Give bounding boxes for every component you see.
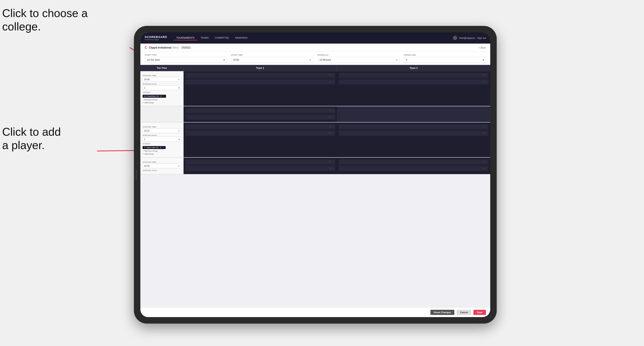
player-slot[interactable]: ✕ ⋮ [185,80,335,84]
group-size-group: Group Size 3 ▾ [404,54,486,63]
form-row: Start Type 1st Tee Start ▾ Start Time 10… [140,52,490,65]
slot-more[interactable]: ⋮ [332,168,334,170]
starting-hole-label-2: STARTING HOLE: [142,134,181,136]
table-row: ✕ ⋮ ✕ ⋮ [140,106,490,123]
slot-remove[interactable]: ✕ [483,126,484,128]
left-panel-3: STARTING TIME: 10:20 ⊙ STARTING HOLE: [140,158,184,174]
slot-remove[interactable]: ✕ [329,126,331,128]
course-tag-2[interactable]: 🏌 East Lake GC ✕ ⋮ [142,146,166,149]
table-row: STARTING TIME: 10:00 ⊙ STARTING HOLE: 1 … [140,71,490,106]
starting-time-label-2: STARTING TIME: [142,126,181,128]
intervals-label: Intervals [318,54,400,56]
add-group-1[interactable]: + Add Group [142,102,181,104]
nav-teams[interactable]: TEAMS [198,36,212,40]
player-slot[interactable]: ✕ ⋮ [185,160,335,164]
slot-remove[interactable]: ✕ [483,81,484,83]
slot-more[interactable]: ⋮ [332,161,334,163]
slot-remove[interactable]: ✕ [483,161,484,163]
slot-more[interactable]: ⋮ [332,132,334,134]
add-group-2[interactable]: + Add Group [142,153,181,155]
slot-remove[interactable]: ✕ [329,161,331,163]
left-panel-2: STARTING TIME: 10:10 ⊙ STARTING HOLE: 1 … [140,123,184,157]
team2-panel-1: ✕ ⋮ ✕ ⋮ [337,71,490,106]
table-row: STARTING TIME: 10:10 ⊙ STARTING HOLE: 1 … [140,123,490,158]
team2-panel-1b [337,106,490,122]
slot-remove[interactable]: ✕ [329,109,331,112]
intervals-input[interactable]: 10 Minutes ⊙ [318,57,400,63]
slot-more[interactable]: ⋮ [332,116,334,118]
slot-remove[interactable]: ✕ [329,168,331,170]
slot-remove[interactable]: ✕ [329,81,331,83]
divider [185,114,335,114]
slot-more[interactable]: ⋮ [485,168,487,170]
slot-more[interactable]: ⋮ [332,109,334,112]
team1-panel-1b: ✕ ⋮ ✕ ⋮ [184,106,337,122]
starting-hole-field-1[interactable]: 1 ▾ [142,85,181,90]
player-slot[interactable]: ✕ ⋮ [339,131,488,136]
cancel-button[interactable]: Cancel [456,310,471,315]
course-label-1: COURSE: [142,91,181,93]
team2-panel-3: ✕ ⋮ ✕ ⋮ [337,158,490,174]
start-time-input[interactable]: 10:00 ⊙ [231,57,313,63]
remove-group-1[interactable]: ○ Remove Group [142,99,181,101]
slot-more[interactable]: ⋮ [332,126,334,128]
player-slot[interactable]: ✕ ⋮ [185,108,335,113]
th-team2: Team 2 [337,65,490,71]
player-slot[interactable]: ✕ ⋮ [339,80,488,84]
nav-tournaments[interactable]: TOURNAMENTS [174,36,197,40]
team2-panel-2: ✕ ⋮ ✕ ⋮ [337,123,490,157]
player-slot[interactable]: ✕ ⋮ [185,115,335,120]
sign-out-link[interactable]: Sign out [477,37,486,39]
nav-committee[interactable]: COMMITTEE [212,36,232,40]
starting-hole-field-2[interactable]: 1 ▾ [142,137,181,142]
slot-remove[interactable]: ✕ [329,132,331,134]
slot-remove[interactable]: ✕ [483,132,484,134]
main-content[interactable]: STARTING TIME: 10:00 ⊙ STARTING HOLE: 1 … [140,71,490,307]
slot-more[interactable]: ⋮ [485,74,487,76]
start-type-label: Start Type [145,54,227,56]
save-button[interactable]: Save [474,310,486,315]
slot-more[interactable]: ⋮ [485,126,487,128]
group-size-input[interactable]: 3 ▾ [404,57,486,63]
slot-more[interactable]: ⋮ [332,74,334,76]
intervals-group: Intervals 10 Minutes ⊙ [318,54,400,63]
slot-more[interactable]: ⋮ [485,81,487,83]
logo-area: SCOREBOARD Powered by clippd [145,35,167,40]
player-slot[interactable]: ✕ ⋮ [339,166,488,171]
player-slot[interactable]: ✕ ⋮ [185,73,335,78]
player-slot[interactable]: ✕ ⋮ [185,131,335,136]
tablet-frame: SCOREBOARD Powered by clippd TOURNAMENTS… [134,26,497,324]
slot-remove[interactable]: ✕ [329,74,331,76]
course-tag-1[interactable]: (A) Peachtree GC ✕ ⋮ [142,95,166,98]
starting-time-field-1[interactable]: 10:00 ⊙ [142,77,181,82]
back-button[interactable]: < Back [478,46,486,49]
slot-more[interactable]: ⋮ [332,81,334,83]
team1-panel-3: ✕ ⋮ ✕ ⋮ [184,158,337,174]
starting-time-field-2[interactable]: 10:10 ⊙ [142,128,181,133]
slot-remove[interactable]: ✕ [483,168,484,170]
player-slot[interactable]: ✕ ⋮ [339,124,488,129]
hosting-badge: Hosting [180,46,191,49]
starting-hole-label-3: STARTING HOLE: [142,170,181,172]
start-time-label: Start Time [231,54,313,56]
player-slot[interactable]: ✕ ⋮ [185,166,335,171]
player-slot[interactable]: ✕ ⋮ [185,124,335,129]
slot-remove[interactable]: ✕ [483,74,484,76]
remove-group-2[interactable]: ○ Remove Group [142,150,181,152]
starting-time-field-3[interactable]: 10:20 ⊙ [142,164,181,168]
starting-time-label-3: STARTING TIME: [142,161,181,163]
start-time-group: Start Time 10:00 ⊙ [231,54,313,63]
reset-button[interactable]: Reset Changes [430,310,454,315]
nav-rankings[interactable]: RANKINGS [232,36,250,40]
course-label-2: COURSE: [142,143,181,145]
start-type-group: Start Type 1st Tee Start ▾ [145,54,227,63]
start-type-input[interactable]: 1st Tee Start ▾ [145,57,227,63]
player-slot[interactable]: ✕ ⋮ [339,73,488,78]
divider [185,165,335,165]
slot-more[interactable]: ⋮ [485,161,487,163]
table-row: STARTING TIME: 10:20 ⊙ STARTING HOLE: ✕ … [140,158,490,174]
player-slot[interactable]: ✕ ⋮ [339,160,488,164]
slot-more[interactable]: ⋮ [485,132,487,134]
nav-right: blair@clippd.io Sign out [453,36,486,40]
slot-remove[interactable]: ✕ [329,116,331,118]
